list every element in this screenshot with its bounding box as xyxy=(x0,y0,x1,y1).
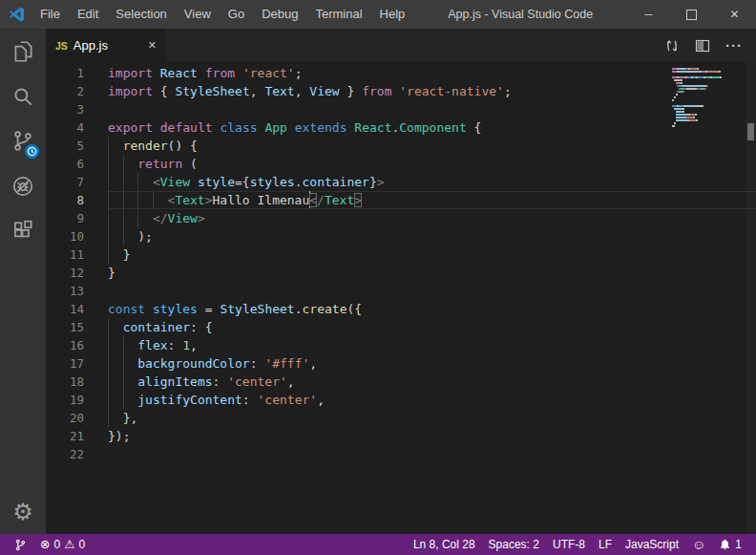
line-number[interactable]: 9 xyxy=(46,209,108,227)
code-line[interactable]: 2import { StyleSheet, Text, View } from … xyxy=(46,82,756,100)
line-number[interactable]: 13 xyxy=(46,282,108,300)
notifications-item[interactable]: 1 xyxy=(712,538,748,551)
activity-settings[interactable]: ⚙ xyxy=(0,489,46,534)
code-line-text[interactable]: alignItems: 'center', xyxy=(108,373,756,391)
menu-file[interactable]: File xyxy=(32,0,69,29)
minimap[interactable] xyxy=(672,65,727,128)
code-line[interactable]: 21}); xyxy=(46,427,756,445)
status-language[interactable]: JavaScript xyxy=(619,538,685,551)
menu-selection[interactable]: Selection xyxy=(107,0,175,29)
close-button[interactable]: ✕ xyxy=(713,0,756,29)
code-line-text[interactable]: export default class App extends React.C… xyxy=(108,118,756,137)
line-number[interactable]: 16 xyxy=(46,336,108,354)
status-eol[interactable]: LF xyxy=(592,538,619,551)
code-line-text[interactable]: }); xyxy=(108,427,756,445)
code-line[interactable]: 5render() { xyxy=(46,137,756,155)
menu-terminal[interactable]: Terminal xyxy=(306,0,370,29)
scrollbar-thumb[interactable] xyxy=(747,123,754,140)
code-line-text[interactable]: } xyxy=(108,245,756,264)
menu-debug[interactable]: Debug xyxy=(253,0,306,29)
activity-explorer[interactable] xyxy=(0,29,46,74)
code-line[interactable]: 15container: { xyxy=(46,318,756,336)
line-number[interactable]: 14 xyxy=(46,300,108,318)
activity-extensions[interactable] xyxy=(0,208,46,253)
tab-appjs[interactable]: JS App.js ✕ xyxy=(46,29,166,62)
more-actions-icon[interactable]: ··· xyxy=(725,37,743,53)
line-number[interactable]: 4 xyxy=(46,118,108,137)
code-line-text[interactable]: </View> xyxy=(108,209,756,227)
line-number[interactable]: 1 xyxy=(46,64,108,82)
line-number[interactable]: 19 xyxy=(46,391,108,409)
code-line-text[interactable]: flex: 1, xyxy=(108,336,756,354)
code-line-text[interactable]: justifyContent: 'center', xyxy=(108,391,756,409)
code-line[interactable]: 19justifyContent: 'center', xyxy=(46,391,756,409)
line-number[interactable]: 22 xyxy=(46,445,108,463)
line-number[interactable]: 10 xyxy=(46,227,108,245)
menu-view[interactable]: View xyxy=(176,0,220,29)
code-line-text[interactable]: }, xyxy=(108,409,756,427)
code-line-text[interactable]: render() { xyxy=(108,137,756,155)
code-line[interactable]: 18alignItems: 'center', xyxy=(46,373,756,391)
line-number[interactable]: 6 xyxy=(46,155,108,173)
line-number[interactable]: 3 xyxy=(46,100,108,118)
activity-search[interactable] xyxy=(0,74,46,118)
activity-source-control[interactable] xyxy=(0,118,46,163)
code-line[interactable]: 1import React from 'react'; xyxy=(46,64,756,82)
line-number[interactable]: 18 xyxy=(46,373,108,391)
git-branch-item[interactable] xyxy=(8,538,33,552)
menu-edit[interactable]: Edit xyxy=(69,0,107,29)
code-line-text[interactable]: return ( xyxy=(108,155,756,173)
minimize-button[interactable]: ─ xyxy=(627,0,670,29)
code-line[interactable]: 3 xyxy=(46,100,756,118)
code-line-text[interactable] xyxy=(108,445,756,463)
code-line-text[interactable]: import { StyleSheet, Text, View } from '… xyxy=(108,82,756,100)
code-line[interactable]: 7<View style={styles.container}> xyxy=(46,173,756,191)
code-line-text[interactable]: backgroundColor: '#fff', xyxy=(108,354,756,373)
line-number[interactable]: 20 xyxy=(46,409,108,427)
menu-go[interactable]: Go xyxy=(220,0,253,29)
code-line[interactable]: 6return ( xyxy=(46,155,756,173)
code-line[interactable]: 13 xyxy=(46,282,756,300)
line-number[interactable]: 2 xyxy=(46,82,108,100)
code-line-text[interactable]: container: { xyxy=(108,318,756,336)
line-number[interactable]: 21 xyxy=(46,427,108,445)
tab-close-icon[interactable]: ✕ xyxy=(146,37,158,53)
code-line-text[interactable] xyxy=(108,282,756,300)
status-line-col[interactable]: Ln 8, Col 28 xyxy=(407,538,482,551)
code-line[interactable]: 17backgroundColor: '#fff', xyxy=(46,354,756,373)
activity-debug[interactable] xyxy=(0,163,46,208)
status-indentation[interactable]: Spaces: 2 xyxy=(482,538,546,551)
code-line-text[interactable]: } xyxy=(108,264,756,282)
code-line[interactable]: 11} xyxy=(46,245,756,264)
problems-item[interactable]: ⊗ 0 ⚠ 0 xyxy=(33,538,92,551)
code-line[interactable]: 9</View> xyxy=(46,209,756,227)
line-number[interactable]: 17 xyxy=(46,354,108,373)
code-line[interactable]: 14const styles = StyleSheet.create({ xyxy=(46,300,756,318)
code-line[interactable]: 8<Text>Hallo Ilmenau</Text> xyxy=(46,191,756,209)
split-editor-icon[interactable] xyxy=(695,38,710,53)
code-line-text[interactable]: <Text>Hallo Ilmenau</Text> xyxy=(108,191,756,209)
menu-help[interactable]: Help xyxy=(371,0,414,29)
code-line[interactable]: 20}, xyxy=(46,409,756,427)
feedback-item[interactable]: ☺ xyxy=(685,538,712,551)
sync-icon[interactable] xyxy=(664,38,680,53)
code-line[interactable]: 4export default class App extends React.… xyxy=(46,118,756,137)
code-editor[interactable]: 1import React from 'react';2import { Sty… xyxy=(46,62,756,534)
code-line-text[interactable]: ); xyxy=(108,227,756,245)
line-number[interactable]: 12 xyxy=(46,264,108,282)
code-line[interactable]: 22 xyxy=(46,445,756,463)
line-number[interactable]: 11 xyxy=(46,245,108,264)
code-line[interactable]: 10); xyxy=(46,227,756,245)
code-line[interactable]: 16flex: 1, xyxy=(46,336,756,354)
code-line[interactable]: 12} xyxy=(46,264,756,282)
line-number[interactable]: 8 xyxy=(46,191,108,209)
maximize-button[interactable] xyxy=(670,0,713,29)
line-number[interactable]: 15 xyxy=(46,318,108,336)
code-line-text[interactable] xyxy=(108,100,756,118)
code-line-text[interactable]: import React from 'react'; xyxy=(108,64,756,82)
code-line-text[interactable]: <View style={styles.container}> xyxy=(108,173,756,191)
code-line-text[interactable]: const styles = StyleSheet.create({ xyxy=(108,300,756,318)
line-number[interactable]: 5 xyxy=(46,137,108,155)
line-number[interactable]: 7 xyxy=(46,173,108,191)
status-encoding[interactable]: UTF-8 xyxy=(546,538,592,551)
